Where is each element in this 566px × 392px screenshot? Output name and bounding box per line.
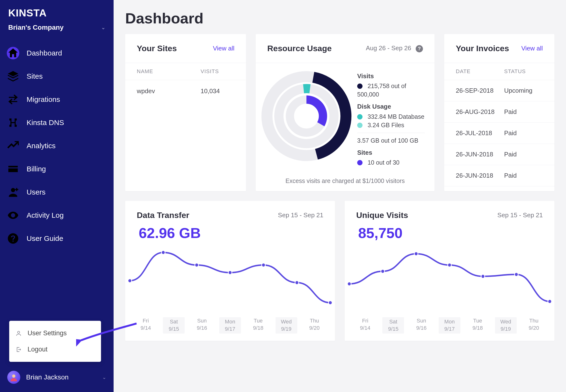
page-title: Dashboard (125, 10, 554, 27)
svg-point-20 (515, 273, 518, 276)
svg-point-21 (548, 300, 551, 303)
sidebar-item-billing[interactable]: Billing (0, 157, 114, 181)
sidebar-item-label: Billing (27, 165, 46, 173)
svg-point-13 (295, 281, 299, 285)
svg-point-17 (414, 252, 418, 256)
chart-x-axis: Fri9/14Sat9/15Sun9/16Mon9/17Tue9/18Wed9/… (125, 314, 335, 341)
col-name: NAME (137, 68, 201, 75)
help-icon[interactable]: ? (416, 45, 423, 52)
invoice-row[interactable]: 26-AUG-2018 Paid (444, 101, 554, 123)
data-transfer-value: 62.96 GB (125, 222, 335, 241)
axis-tick: Thu9/20 (304, 317, 325, 333)
unique-visits-value: 85,750 (345, 222, 554, 241)
sidebar-item-dns[interactable]: Kinsta DNS (0, 111, 114, 134)
card-title: Data Transfer (137, 210, 189, 220)
sidebar-item-label: Sites (27, 72, 43, 80)
user-add-icon (7, 186, 19, 198)
site-visits: 10,034 (201, 87, 234, 95)
svg-point-18 (447, 263, 451, 267)
card-title: Resource Usage (267, 44, 332, 53)
svg-point-11 (228, 271, 232, 274)
svg-point-15 (347, 282, 351, 286)
dot-icon (357, 114, 362, 119)
sidebar-item-dashboard[interactable]: Dashboard (0, 42, 114, 65)
sidebar-item-label: Users (27, 188, 45, 196)
eye-icon (7, 209, 19, 222)
help-icon (7, 232, 19, 245)
sidebar-item-label: User Guide (27, 234, 63, 243)
svg-point-19 (481, 274, 485, 278)
data-transfer-chart (125, 241, 335, 314)
user-settings-label: User Settings (28, 329, 67, 337)
invoice-date: 26-SEP-2018 (456, 87, 504, 94)
avatar (7, 371, 20, 384)
sidebar-item-label: Kinsta DNS (27, 119, 64, 127)
svg-point-10 (195, 263, 198, 267)
axis-tick: Fri9/14 (354, 317, 376, 333)
dot-icon (357, 160, 362, 165)
axis-tick: Mon9/17 (219, 317, 241, 333)
sidebar-item-label: Migrations (27, 95, 60, 104)
axis-tick: Sat9/15 (382, 317, 404, 333)
visits-label: Visits (357, 72, 425, 80)
network-icon (7, 116, 19, 129)
chart-x-axis: Fri9/14Sat9/15Sun9/16Mon9/17Tue9/18Wed9/… (345, 314, 554, 341)
site-name: wpdev (137, 87, 201, 95)
sites-value: 10 out of 30 (368, 159, 400, 166)
invoice-date: 26-JUN-2018 (456, 151, 504, 158)
unique-visits-card: Unique Visits Sep 15 - Sep 21 85,750 Fri… (345, 201, 554, 341)
col-date: DATE (456, 68, 504, 75)
card-title: Your Invoices (456, 44, 509, 53)
svg-point-1 (12, 374, 15, 378)
dot-icon (357, 123, 362, 128)
layers-icon (7, 70, 19, 83)
view-all-sites-link[interactable]: View all (213, 45, 234, 52)
svg-point-14 (328, 301, 332, 305)
col-visits: VISITS (201, 68, 234, 75)
invoice-row[interactable]: 26-JUN-2018 Paid (444, 144, 554, 165)
user-menu-popover: User Settings Logout (9, 321, 101, 362)
logout-item[interactable]: Logout (9, 341, 101, 357)
data-transfer-card: Data Transfer Sep 15 - Sep 21 62.96 GB F… (125, 201, 335, 341)
sites-label: Sites (357, 148, 425, 157)
view-all-invoices-link[interactable]: View all (521, 45, 543, 52)
sidebar-item-migrations[interactable]: Migrations (0, 88, 114, 111)
resource-footnote: Excess visits are charged at $1/1000 vis… (256, 175, 434, 191)
svg-point-9 (162, 251, 165, 254)
svg-point-8 (128, 279, 132, 283)
invoice-status: Upcoming (504, 87, 543, 94)
card-title: Unique Visits (356, 210, 408, 220)
invoices-table-header: DATE STATUS (444, 63, 554, 80)
dot-icon (357, 84, 362, 89)
user-settings-item[interactable]: User Settings (9, 325, 101, 341)
invoice-row[interactable]: 26-JUN-2018 Paid (444, 165, 554, 186)
invoice-date: 26-JUL-2018 (456, 129, 504, 137)
brand-logo[interactable]: KINSTA (0, 7, 114, 21)
sidebar-item-sites[interactable]: Sites (0, 65, 114, 88)
sidebar-item-guide[interactable]: User Guide (0, 227, 114, 250)
invoice-row[interactable]: 26-JUL-2018 Paid (444, 123, 554, 144)
card-icon (7, 163, 19, 175)
col-status: STATUS (504, 68, 543, 75)
disk-label: Disk Usage (357, 102, 425, 111)
current-user-toggle[interactable]: Brian Jackson ⌄ (7, 371, 106, 384)
home-icon (7, 47, 19, 59)
sidebar-item-users[interactable]: Users (0, 181, 114, 204)
invoice-date: 26-JUN-2018 (456, 172, 504, 179)
invoice-status: Paid (504, 108, 543, 116)
disk-total-value: 3.57 GB out of 100 GB (357, 136, 425, 145)
sites-table-header: NAME VISITS (125, 63, 246, 80)
company-selector[interactable]: Brian's Company ⌄ (0, 21, 114, 39)
svg-point-12 (262, 263, 265, 267)
main-content: Dashboard Your Sites View all NAME VISIT… (114, 0, 566, 392)
sites-table-row[interactable]: wpdev 10,034 (125, 80, 246, 102)
unique-visits-chart (345, 241, 554, 314)
unique-date-range: Sep 15 - Sep 21 (497, 211, 543, 219)
sidebar-item-analytics[interactable]: Analytics (0, 134, 114, 157)
company-name: Brian's Company (8, 24, 64, 31)
sidebar-item-activity[interactable]: Activity Log (0, 204, 114, 227)
logout-label: Logout (28, 346, 48, 353)
resource-donut-chart (261, 70, 352, 162)
invoices-card: Your Invoices View all DATE STATUS 26-SE… (444, 34, 554, 191)
invoice-row[interactable]: 26-SEP-2018 Upcoming (444, 80, 554, 101)
